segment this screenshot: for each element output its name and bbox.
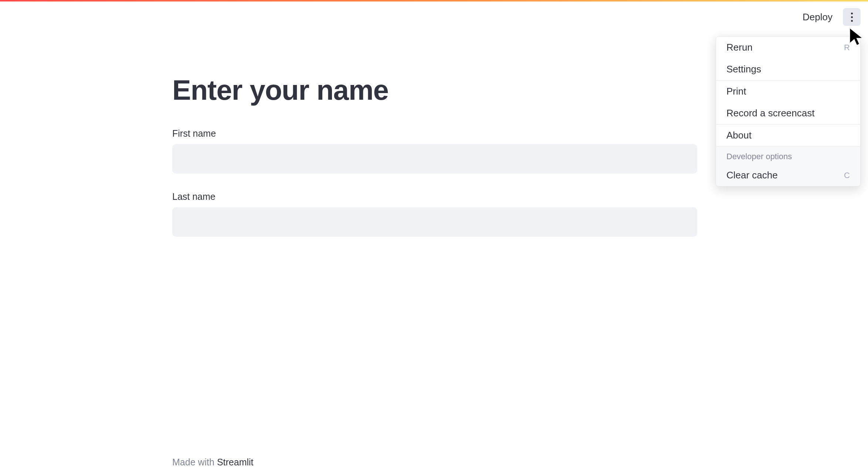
menu-item-label: Rerun (726, 42, 753, 53)
form-field-last-name: Last name (172, 191, 697, 237)
streamlit-link[interactable]: Streamlit (217, 457, 254, 467)
footer: Made with Streamlit (172, 457, 254, 468)
first-name-input[interactable] (172, 144, 697, 174)
menu-item-shortcut: C (844, 171, 850, 180)
footer-prefix: Made with (172, 457, 217, 467)
more-vert-icon (851, 16, 853, 18)
header: Deploy (791, 1, 868, 33)
more-vert-icon (851, 13, 853, 14)
menu-item-label: Settings (726, 64, 761, 75)
menu-item-shortcut: R (844, 43, 850, 52)
menu-item-label: Clear cache (726, 170, 778, 181)
menu-item-about[interactable]: About (716, 124, 860, 146)
deploy-button[interactable]: Deploy (798, 8, 837, 26)
menu-item-label: Print (726, 86, 746, 97)
menu-item-print[interactable]: Print (716, 81, 860, 102)
last-name-label: Last name (172, 191, 697, 202)
more-vert-icon (851, 20, 853, 22)
page-title: Enter your name (172, 74, 697, 106)
menu-item-record-screencast[interactable]: Record a screencast (716, 102, 860, 124)
top-gradient-bar (0, 0, 868, 1)
developer-section: Developer options Clear cache C (716, 147, 860, 186)
menu-item-settings[interactable]: Settings (716, 58, 860, 80)
last-name-input[interactable] (172, 207, 697, 237)
menu-section: About (716, 124, 860, 147)
menu-item-clear-cache[interactable]: Clear cache C (716, 164, 860, 186)
menu-item-label: Record a screencast (726, 107, 814, 119)
main-content: Enter your name First name Last name (172, 74, 697, 254)
menu-item-label: About (726, 130, 752, 141)
developer-options-header: Developer options (716, 147, 860, 164)
menu-section: Print Record a screencast (716, 81, 860, 124)
form-field-first-name: First name (172, 128, 697, 174)
menu-section: Rerun R Settings (716, 37, 860, 81)
dropdown-menu: Rerun R Settings Print Record a screenca… (716, 36, 861, 187)
hamburger-menu-button[interactable] (843, 8, 861, 26)
menu-item-rerun[interactable]: Rerun R (716, 37, 860, 58)
first-name-label: First name (172, 128, 697, 139)
